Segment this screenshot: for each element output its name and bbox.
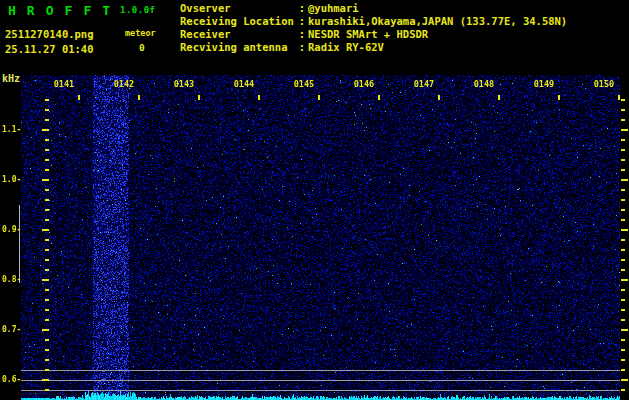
x-axis-time-label: 0148 — [471, 79, 497, 89]
y-axis-tick-left — [42, 329, 49, 331]
y-axis-tick-right — [621, 359, 625, 361]
y-axis-tick-left — [45, 319, 49, 321]
y-axis-tick-left — [45, 189, 49, 191]
y-axis-tick-right — [621, 389, 625, 391]
y-axis-tick-left — [45, 209, 49, 211]
y-axis-tick-left — [45, 269, 49, 271]
y-axis-tick-right — [621, 369, 625, 371]
y-axis-tick-left — [45, 149, 49, 151]
y-axis-tick-right — [621, 319, 625, 321]
y-axis-tick-label: 0.8- — [2, 275, 21, 284]
y-axis-tick-left — [45, 139, 49, 141]
y-axis-tick-right — [621, 229, 628, 231]
x-axis-minute-tick — [258, 95, 260, 100]
y-axis-tick-left — [45, 369, 49, 371]
y-axis-tick-left — [45, 299, 49, 301]
observer-info-row: Recviving antenna:Radix RY-62V — [180, 41, 567, 54]
info-value: NESDR SMArt + HDSDR — [308, 28, 428, 41]
x-axis-time-label: 0142 — [111, 79, 137, 89]
x-axis-time-label: 0150 — [591, 79, 617, 89]
y-axis-tick-left — [45, 199, 49, 201]
y-axis-tick-right — [621, 179, 628, 181]
y-axis-tick-label: 0.6- — [2, 375, 21, 384]
y-axis-tick-left — [42, 129, 49, 131]
y-axis-tick-right — [621, 349, 625, 351]
info-separator: : — [296, 2, 308, 15]
y-axis-tick-right — [621, 259, 625, 261]
y-axis-tick-left — [45, 169, 49, 171]
y-axis-unit-label: kHz — [2, 73, 20, 84]
y-axis-tick-left — [45, 359, 49, 361]
y-axis-tick-right — [621, 119, 625, 121]
y-axis-tick-right — [621, 289, 625, 291]
y-axis-tick-left — [45, 339, 49, 341]
y-axis-tick-right — [621, 309, 625, 311]
y-axis-tick-left — [45, 159, 49, 161]
x-axis-time-label: 0144 — [231, 79, 257, 89]
x-axis-minute-tick — [618, 95, 620, 100]
y-axis-tick-right — [621, 339, 625, 341]
y-axis-tick-label: 1.1- — [2, 125, 21, 134]
y-axis-tick-right — [621, 139, 625, 141]
output-filename: 2511270140.png — [5, 28, 94, 40]
observer-info-block: Ovserver:@yuhmariReceiving Location:kura… — [180, 2, 567, 54]
y-axis-tick-right — [621, 269, 625, 271]
y-axis-tick-right — [621, 299, 625, 301]
x-axis-time-label: 0145 — [291, 79, 317, 89]
info-separator: : — [296, 15, 308, 28]
app-version: 1.0.0f — [120, 5, 156, 15]
observer-info-row: Receiving Location:kurashiki,Okayama,JAP… — [180, 15, 567, 28]
y-axis-tick-right — [621, 279, 628, 281]
observation-datetime: 25.11.27 01:40 — [5, 43, 94, 55]
x-axis-minute-tick — [498, 95, 500, 100]
info-value: Radix RY-62V — [308, 41, 384, 54]
y-axis-tick-right — [621, 219, 625, 221]
y-axis-tick-left — [42, 179, 49, 181]
y-axis-tick-left — [42, 379, 49, 381]
info-separator: : — [296, 41, 308, 54]
x-axis-time-label: 0143 — [171, 79, 197, 89]
spectrogram-canvas — [21, 75, 620, 400]
frequency-range-marker-bar — [19, 205, 20, 283]
y-axis-tick-right — [621, 159, 625, 161]
y-axis-tick-right — [621, 99, 625, 101]
info-label: Receiving Location — [180, 15, 296, 28]
info-value: @yuhmari — [308, 2, 359, 15]
y-axis-tick-label: 1.0- — [2, 175, 21, 184]
observer-info-row: Receiver:NESDR SMArt + HDSDR — [180, 28, 567, 41]
y-axis-tick-left — [45, 99, 49, 101]
info-separator: : — [296, 28, 308, 41]
x-axis-minute-tick — [438, 95, 440, 100]
y-axis-tick-right — [621, 169, 625, 171]
y-axis-tick-right — [621, 209, 625, 211]
y-axis-tick-left — [45, 349, 49, 351]
y-axis-tick-left — [45, 219, 49, 221]
x-axis-minute-tick — [318, 95, 320, 100]
y-axis-tick-left — [42, 279, 49, 281]
y-axis-tick-right — [621, 379, 628, 381]
x-axis-time-label: 0147 — [411, 79, 437, 89]
x-axis-time-label: 0141 — [51, 79, 77, 89]
y-axis-tick-right — [621, 329, 628, 331]
hrofft-window: { "app": { "title": "H R O F F T", "vers… — [0, 0, 629, 400]
info-label: Recviving antenna — [180, 41, 296, 54]
y-axis-tick-left — [45, 109, 49, 111]
y-axis-tick-left — [45, 289, 49, 291]
y-axis-tick-left — [42, 229, 49, 231]
x-axis-minute-tick — [198, 95, 200, 100]
x-axis-minute-tick — [138, 95, 140, 100]
meteor-count-value: 0 — [139, 42, 145, 53]
y-axis-tick-right — [621, 239, 625, 241]
x-axis-minute-tick — [558, 95, 560, 100]
y-axis-tick-left — [45, 259, 49, 261]
info-label: Receiver — [180, 28, 296, 41]
observer-info-row: Ovserver:@yuhmari — [180, 2, 567, 15]
y-axis-tick-right — [621, 199, 625, 201]
y-axis-tick-left — [45, 239, 49, 241]
y-axis-tick-right — [621, 189, 625, 191]
app-title: H R O F F T — [8, 3, 112, 18]
y-axis-tick-left — [45, 119, 49, 121]
y-axis-tick-right — [621, 249, 625, 251]
y-axis-tick-right — [621, 129, 628, 131]
y-axis-tick-left — [45, 389, 49, 391]
